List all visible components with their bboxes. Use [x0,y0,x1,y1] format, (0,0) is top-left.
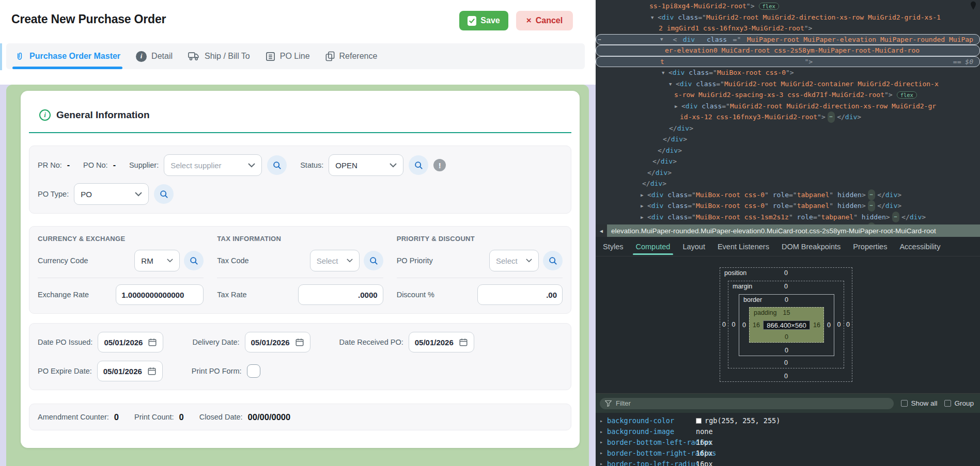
expand-arrow-icon[interactable]: ▸ [600,450,607,456]
po-type-select[interactable]: PO [74,183,149,205]
exchange-rate-input[interactable]: 1.0000000000000 [116,284,204,305]
expand-ellipsis-icon[interactable]: ⋯ [868,189,875,201]
elements-tree: ss-1pi8xg4-MuiGrid2-root">flex▼<div clas… [596,0,980,224]
code-line[interactable]: </div> [596,123,980,134]
computed-property-row[interactable]: ▸border-bottom-right-radius16px [596,447,980,458]
code-line[interactable]: t"> == $0 [596,56,980,68]
code-line[interactable]: </div> [596,167,980,179]
expand-arrow-icon[interactable]: ▸ [600,461,607,466]
paperclip-icon [14,51,25,61]
devtools-tab-event-listeners[interactable]: Event Listeners [718,237,769,256]
code-line[interactable]: </div> [596,156,980,167]
delivery-date-input[interactable]: 05/01/2026 [245,332,310,352]
supplier-search-button[interactable] [267,155,287,175]
box-model-position-ring[interactable]: position 0 0 0 0 margin 0 0 0 0 border 0… [720,267,852,382]
code-line[interactable]: </div> [596,145,980,156]
expand-ellipsis-icon[interactable]: ⋯ [892,212,899,223]
devtools-tab-dom-breakpoints[interactable]: DOM Breakpoints [782,237,841,256]
code-line[interactable]: ss-1pi8xg4-MuiGrid2-root">flex [596,1,980,12]
computed-filter-bar: Filter Show all Group [596,393,980,413]
computed-property-row[interactable]: ▸background-colorrgb(255, 255, 255) [596,415,980,426]
box-model-margin-ring[interactable]: margin 0 0 0 0 border 0 0 0 0 padding 15 [728,281,844,368]
computed-property-row[interactable]: ▸border-bottom-left-radius16px [596,437,980,448]
chevron-down-icon [347,259,353,263]
print-po-form-checkbox[interactable] [247,364,260,378]
code-line[interactable]: ⋯▼<div class="MuiPaper-root MuiPaper-ele… [596,34,980,45]
date-received-po-input[interactable]: 05/01/2026 [409,332,474,352]
status-search-button[interactable] [409,155,428,175]
status-select[interactable]: OPEN [329,154,403,176]
code-line[interactable]: </div> [596,178,980,189]
save-button[interactable]: Save [459,11,508,30]
currency-code-select[interactable]: RM [134,250,180,271]
cancel-button[interactable]: × Cancel [516,11,573,30]
devtools-tab-accessibility[interactable]: Accessibility [899,237,940,256]
flex-badge[interactable]: flex [759,3,779,10]
flex-badge[interactable]: flex [897,91,917,99]
po-priority-search-button[interactable] [543,251,563,270]
currency-search-button[interactable] [184,251,204,270]
close-icon: × [526,15,532,26]
po-expire-date-field: PO Expire Date: 05/01/2026 [38,361,163,381]
tab-detail[interactable]: iDetail [136,43,173,69]
expand-arrow-icon[interactable]: ▸ [600,439,607,445]
code-line[interactable]: ▶<div class="MuiGrid2-root MuiGrid2-dire… [596,101,980,112]
expand-ellipsis-icon[interactable]: ⋯ [828,111,835,123]
code-line[interactable]: 2 imgGird1 css-16fnxy3-MuiGrid2-root"> [596,23,980,34]
po-type-search-button[interactable] [154,184,174,204]
page-title: Create New Purchase Order [11,12,166,26]
code-line[interactable]: ▶<div class="MuiBox-root css-0" role="ta… [596,189,980,201]
tab-ship-bill-to[interactable]: Ship / Bill To [188,43,250,69]
pin-icon [970,1,977,10]
green-card-frame: i General Information PR No: - PO No: - [6,85,589,466]
code-line[interactable]: </div> [596,134,980,145]
show-all-toggle[interactable]: Show all [901,399,937,407]
search-icon [159,189,169,199]
po-expire-date-input[interactable]: 05/01/2026 [97,361,163,381]
expand-arrow-icon[interactable]: ▸ [600,429,607,435]
po-priority-select[interactable]: Select [489,250,539,271]
search-icon [272,160,282,170]
devtools-breadcrumb[interactable]: ◀ elevation.MuiPaper-rounded.MuiPaper-el… [596,224,980,237]
computed-property-row[interactable]: ▸border-top-left-radius16px [596,458,980,466]
box-model-padding-ring[interactable]: padding 15 0 16 16 866.400×560 [749,307,824,343]
code-line[interactable]: ▶<div class="MuiBox-root css-1sm2s1z" ro… [596,212,980,223]
code-line[interactable]: ▼<div class="MuiBox-root css-0"> [596,67,980,78]
filter-input[interactable]: Filter [600,398,894,409]
supplier-select[interactable]: Select supplier [164,154,262,176]
expand-arrow-icon[interactable]: ▸ [600,418,607,424]
code-line[interactable]: ▶<div class="MuiBox-root css-0" role="ta… [596,200,980,212]
tax-code-select[interactable]: Select [310,250,360,271]
code-line[interactable]: er-elevation0 MuiCard-root css-2s58ym-Mu… [596,45,980,56]
code-line[interactable]: ▼<div class="MuiGrid2-root MuiGrid2-dire… [596,12,980,23]
devtools-tab-computed[interactable]: Computed [636,237,671,256]
code-line[interactable]: ▼<div class="MuiGrid2-root MuiGrid2-cont… [596,78,980,90]
breadcrumb-scroll-left-icon[interactable]: ◀ [596,224,607,237]
code-line[interactable]: s-row MuiGrid2-spacing-xs-3 css-dkd71f-M… [596,89,980,101]
box-model-content-box[interactable]: 866.400×560 [763,320,810,330]
tab-purchase-order-master[interactable]: Purchase Order Master [14,43,120,69]
tab-po-line[interactable]: PO Line [266,43,310,69]
tree-arrow-icon: ▶ [675,101,681,113]
date-po-issued-input[interactable]: 05/01/2026 [98,332,163,352]
group-checkbox[interactable] [944,400,951,407]
code-line[interactable]: id-xs-12 css-16fnxy3-MuiGrid2-root">⋯</d… [596,111,980,123]
tab-reference[interactable]: Reference [325,43,378,69]
closed-date-field: Closed Date: 00/00/0000 [199,412,290,422]
group-toggle[interactable]: Group [944,399,974,407]
expand-ellipsis-icon[interactable]: ⋯ [868,200,875,212]
devtools-tab-properties[interactable]: Properties [853,237,887,256]
box-model-border-ring[interactable]: border 0 0 0 0 padding 15 0 16 16 866. [739,294,834,356]
devtools-tab-layout[interactable]: Layout [682,237,705,256]
show-all-checkbox[interactable] [901,400,908,407]
tax-code-search-button[interactable] [364,251,383,270]
calendar-icon [147,366,157,376]
devtools-tab-styles[interactable]: Styles [603,237,624,256]
identifiers-box: PR No: - PO No: - Supplier: Select suppl… [29,146,571,214]
tree-arrow-icon: ▼ [662,68,668,79]
discount-input[interactable]: .00 [477,284,563,305]
tax-rate-input[interactable]: .0000 [298,284,383,305]
print-po-form-field: Print PO Form: [192,364,260,378]
tab-label: Ship / Bill To [205,52,250,61]
computed-property-row[interactable]: ▸background-imagenone [596,426,980,437]
